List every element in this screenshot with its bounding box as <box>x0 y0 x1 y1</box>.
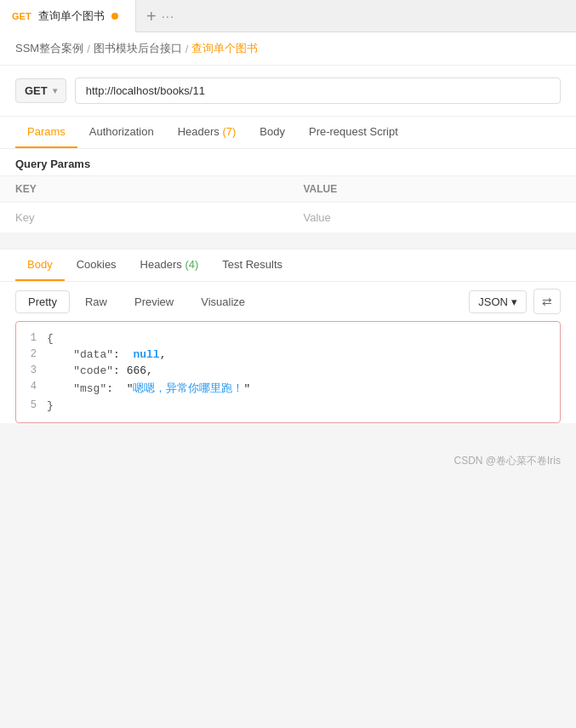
url-input[interactable] <box>75 77 561 104</box>
params-table: KEY VALUE Key Value <box>0 175 576 233</box>
resp-headers-badge: (4) <box>185 258 198 271</box>
method-chevron: ▾ <box>53 86 57 95</box>
params-row-placeholder: Key Value <box>0 203 576 233</box>
query-params-title: Query Params <box>0 149 576 175</box>
line-content-5: } <box>47 399 560 412</box>
key-header: KEY <box>0 176 288 203</box>
json-format-select[interactable]: JSON ▾ <box>469 290 527 313</box>
tab-pre-request[interactable]: Pre-request Script <box>297 117 410 148</box>
main-content: GET ▾ Params Authorization Headers (7) B… <box>0 66 576 233</box>
json-format-label: JSON <box>478 295 508 308</box>
resp-tab-body[interactable]: Body <box>15 249 65 281</box>
tab-actions: + ··· <box>136 8 174 25</box>
active-tab[interactable]: GET 查询单个图书 <box>0 0 136 32</box>
fmt-preview[interactable]: Preview <box>123 291 185 312</box>
fmt-pretty[interactable]: Pretty <box>15 290 70 313</box>
line-content-2: "data": null, <box>47 348 560 361</box>
value-header: VALUE <box>288 176 577 203</box>
headers-badge: (7) <box>222 125 236 138</box>
code-line-4: 4 "msg": "嗯嗯，异常你哪里跑！" <box>16 379 560 398</box>
more-tab-button[interactable]: ··· <box>162 9 175 22</box>
tab-body[interactable]: Body <box>248 117 297 148</box>
method-label: GET <box>25 84 48 97</box>
tab-authorization[interactable]: Authorization <box>77 117 166 148</box>
code-line-2: 2 "data": null, <box>16 347 560 363</box>
breadcrumb-item-1[interactable]: SSM整合案例 <box>15 41 83 56</box>
line-content-3: "code": 666, <box>47 364 560 377</box>
format-right-controls: JSON ▾ ⇄ <box>469 289 561 314</box>
tab-method: GET <box>12 11 31 21</box>
line-num-2: 2 <box>16 348 47 360</box>
json-chevron: ▾ <box>511 295 517 308</box>
line-num-5: 5 <box>16 399 47 411</box>
method-select[interactable]: GET ▾ <box>15 78 66 103</box>
wrap-button[interactable]: ⇄ <box>533 289 561 314</box>
resp-tab-cookies[interactable]: Cookies <box>65 249 128 281</box>
breadcrumb-sep-2: / <box>185 43 189 55</box>
fmt-raw[interactable]: Raw <box>73 291 119 312</box>
breadcrumb-sep-1: / <box>87 43 90 55</box>
wrap-icon: ⇄ <box>542 295 552 308</box>
breadcrumb-item-2[interactable]: 图书模块后台接口 <box>94 41 182 56</box>
url-bar: GET ▾ <box>0 66 576 117</box>
tab-dot <box>111 13 118 20</box>
line-num-1: 1 <box>16 332 47 344</box>
line-num-4: 4 <box>16 381 47 393</box>
code-line-1: 1 { <box>16 330 560 347</box>
format-bar: Pretty Raw Preview Visualize JSON ▾ ⇄ <box>0 282 576 321</box>
line-content-4: "msg": "嗯嗯，异常你哪里跑！" <box>47 381 560 396</box>
breadcrumb-item-active: 查询单个图书 <box>191 41 258 56</box>
tab-bar: GET 查询单个图书 + ··· <box>0 0 576 32</box>
footer: CSDN @卷心菜不卷Iris <box>0 439 576 477</box>
response-tabs: Body Cookies Headers (4) Test Results <box>0 249 576 282</box>
line-num-3: 3 <box>16 364 47 376</box>
footer-text: CSDN @卷心菜不卷Iris <box>453 455 561 467</box>
code-line-3: 3 "code": 666, <box>16 363 560 379</box>
key-cell-placeholder[interactable]: Key <box>0 203 288 233</box>
add-tab-button[interactable]: + <box>146 8 157 25</box>
tab-params[interactable]: Params <box>15 117 77 148</box>
resp-tab-test[interactable]: Test Results <box>210 249 294 281</box>
breadcrumb: SSM整合案例 / 图书模块后台接口 / 查询单个图书 <box>0 32 576 66</box>
value-cell-placeholder[interactable]: Value <box>288 203 577 233</box>
request-tabs: Params Authorization Headers (7) Body Pr… <box>0 117 576 149</box>
resp-tab-headers[interactable]: Headers (4) <box>128 249 211 281</box>
tab-headers[interactable]: Headers (7) <box>166 117 248 148</box>
response-section: Body Cookies Headers (4) Test Results Pr… <box>0 249 576 423</box>
line-content-1: { <box>47 332 560 345</box>
code-line-5: 5 } <box>16 398 560 414</box>
tab-title: 查询单个图书 <box>38 9 105 24</box>
response-code-block: 1 { 2 "data": null, 3 "code": 666, 4 "ms… <box>15 321 561 423</box>
fmt-visualize[interactable]: Visualize <box>189 291 257 312</box>
